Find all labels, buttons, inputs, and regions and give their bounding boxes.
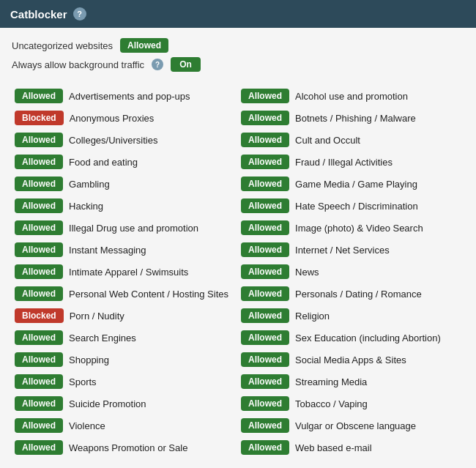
background-setting-row: Always allow background traffic ? On [12,57,464,72]
category-status-badge[interactable]: Allowed [241,440,289,455]
list-item: AllowedWeapons Promotion or Sale [12,437,238,458]
list-item: AllowedFraud / Illegal Activities [238,151,464,173]
top-settings: Uncategorized websites Allowed Always al… [12,38,464,72]
category-status-badge[interactable]: Allowed [15,418,63,433]
category-status-badge[interactable]: Allowed [241,330,289,345]
category-status-badge[interactable]: Allowed [241,177,289,191]
category-status-badge[interactable]: Allowed [15,155,63,169]
category-label: Advertisements and pop-ups [69,91,190,102]
category-label: Porn / Nudity [70,311,124,322]
category-label: Personal Web Content / Hosting Sites [69,289,228,300]
category-label: Streaming Media [295,376,367,387]
list-item: AllowedInstant Messaging [12,239,238,261]
category-status-badge[interactable]: Allowed [15,264,63,279]
app-header: Catblocker ? [0,0,476,28]
category-status-badge[interactable]: Allowed [241,286,289,301]
category-label: Game Media / Game Playing [295,179,417,190]
category-status-badge[interactable]: Allowed [15,220,63,235]
category-status-badge[interactable]: Allowed [241,396,289,411]
category-status-badge[interactable]: Allowed [241,374,289,389]
category-label: News [295,267,319,278]
list-item: BlockedAnonymous Proxies [12,107,238,129]
category-status-badge[interactable]: Blocked [15,111,64,125]
category-status-badge[interactable]: Allowed [241,198,289,213]
category-status-badge[interactable]: Allowed [241,220,289,235]
category-label: Suicide Promotion [69,398,146,409]
uncategorized-status-badge[interactable]: Allowed [120,38,168,53]
list-item: AllowedAdvertisements and pop-ups [12,85,238,107]
category-status-badge[interactable]: Allowed [241,308,289,323]
list-item: AllowedGame Media / Game Playing [238,173,464,195]
category-label: Colleges/Universities [69,135,157,146]
category-label: Internet / Net Services [295,245,390,256]
list-item: AllowedAlcohol use and promotion [238,85,464,107]
category-label: Sex Education (including Abortion) [295,333,441,343]
category-status-badge[interactable]: Allowed [15,133,63,147]
category-label: Anonymous Proxies [70,113,155,124]
list-item: AllowedImage (photo) & Video Search [238,217,464,239]
category-label: Vulgar or Obscene language [295,420,416,431]
category-status-badge[interactable]: Allowed [241,133,289,147]
right-column: AllowedAlcohol use and promotionAllowedB… [238,85,464,458]
category-label: Sports [69,376,97,387]
list-item: AllowedShopping [12,349,238,371]
list-item: AllowedPersonal Web Content / Hosting Si… [12,283,238,305]
list-item: AllowedSearch Engines [12,327,238,349]
category-label: Botnets / Phishing / Malware [295,113,416,124]
background-help-icon[interactable]: ? [152,59,163,70]
category-status-badge[interactable]: Allowed [15,286,63,301]
list-item: AllowedReligion [238,305,464,327]
list-item: AllowedHacking [12,195,238,217]
header-help-icon[interactable]: ? [73,7,86,21]
app-title: Catblocker [10,8,67,21]
category-label: Illegal Drug use and promotion [69,223,198,234]
category-status-badge[interactable]: Allowed [241,242,289,257]
list-item: AllowedSuicide Promotion [12,393,238,415]
category-label: Violence [69,420,105,431]
category-status-badge[interactable]: Allowed [241,352,289,367]
background-status-badge[interactable]: On [171,57,201,72]
category-status-badge[interactable]: Allowed [15,89,63,103]
uncategorized-label: Uncategorized websites [12,40,113,51]
category-label: Hate Speech / Discrimination [295,201,418,212]
list-item: AllowedSports [12,371,238,393]
category-label: Gambling [69,179,110,190]
category-status-badge[interactable]: Allowed [15,330,63,345]
background-label: Always allow background traffic [12,59,144,70]
category-status-badge[interactable]: Allowed [241,89,289,103]
category-label: Search Engines [69,333,136,343]
category-status-badge[interactable]: Allowed [241,264,289,279]
category-label: Hacking [69,201,103,212]
list-item: AllowedFood and eating [12,151,238,173]
list-item: AllowedInternet / Net Services [238,239,464,261]
category-status-badge[interactable]: Allowed [241,111,289,125]
category-label: Food and eating [69,157,138,168]
category-label: Web based e-mail [295,442,372,453]
list-item: AllowedVulgar or Obscene language [238,415,464,437]
category-label: Alcohol use and promotion [295,91,408,102]
category-status-badge[interactable]: Allowed [15,374,63,389]
category-status-badge[interactable]: Allowed [241,418,289,433]
category-status-badge[interactable]: Blocked [15,308,64,323]
category-status-badge[interactable]: Allowed [241,155,289,169]
list-item: BlockedPorn / Nudity [12,305,238,327]
category-label: Social Media Apps & Sites [295,354,406,365]
category-status-badge[interactable]: Allowed [15,352,63,367]
list-item: AllowedTobacco / Vaping [238,393,464,415]
category-status-badge[interactable]: Allowed [15,177,63,191]
category-label: Tobacco / Vaping [295,398,368,409]
category-label: Personals / Dating / Romance [295,289,422,300]
list-item: AllowedCult and Occult [238,129,464,151]
uncategorized-setting-row: Uncategorized websites Allowed [12,38,464,53]
list-item: AllowedColleges/Universities [12,129,238,151]
category-status-badge[interactable]: Allowed [15,440,63,455]
category-status-badge[interactable]: Allowed [15,198,63,213]
left-column: AllowedAdvertisements and pop-upsBlocked… [12,85,238,458]
category-status-badge[interactable]: Allowed [15,242,63,257]
category-label: Image (photo) & Video Search [295,223,423,234]
category-label: Instant Messaging [69,245,146,256]
list-item: AllowedStreaming Media [238,371,464,393]
category-label: Weapons Promotion or Sale [69,442,187,453]
category-status-badge[interactable]: Allowed [15,396,63,411]
category-label: Religion [295,311,330,322]
